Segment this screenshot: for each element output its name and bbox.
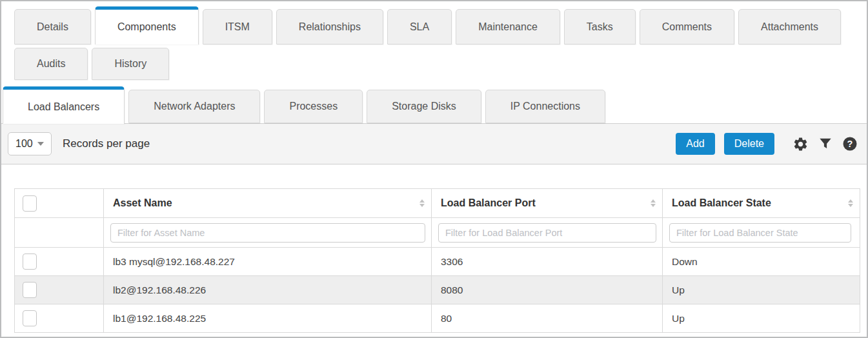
row-checkbox-cell	[15, 304, 104, 333]
component-tab-bar: Load BalancersNetwork AdaptersProcessesS…	[1, 86, 867, 123]
table-row: lb3 mysql@192.168.48.2273306Down	[15, 248, 860, 276]
filter-cell-asset-name	[104, 218, 432, 248]
load-balancers-table-wrap: Asset NameLoad Balancer PortLoad Balance…	[14, 188, 860, 333]
filter-load-balancer-port-input[interactable]	[438, 223, 656, 243]
cell-load-balancer-state: Down	[663, 248, 860, 276]
main-tab-bar: DetailsComponentsITSMRelationshipsSLAMai…	[1, 6, 867, 45]
filter-row-spacer	[15, 218, 104, 248]
add-button[interactable]: Add	[676, 133, 714, 155]
column-header-label: Load Balancer Port	[441, 197, 536, 208]
column-header-load-balancer-state[interactable]: Load Balancer State	[663, 189, 860, 218]
tab-attachments[interactable]: Attachments	[738, 9, 841, 45]
asset-details-page: DetailsComponentsITSMRelationshipsSLAMai…	[0, 0, 868, 338]
cell-load-balancer-state: Up	[663, 276, 860, 304]
row-checkbox[interactable]	[23, 310, 37, 326]
tab-itsm[interactable]: ITSM	[203, 9, 272, 45]
cell-load-balancer-port: 3306	[432, 248, 663, 276]
cell-asset-name: lb1@192.168.48.225	[104, 304, 432, 333]
select-all-checkbox[interactable]	[23, 195, 37, 212]
filter-cell-load-balancer-state	[663, 218, 860, 248]
column-header-label: Asset Name	[113, 197, 172, 208]
column-header-label: Load Balancer State	[672, 197, 771, 208]
table-row: lb1@192.168.48.22580Up	[15, 304, 860, 333]
main-tab-bar-row2: AuditsHistory	[1, 48, 867, 80]
subtab-load-balancers[interactable]: Load Balancers	[3, 86, 125, 124]
row-checkbox-cell	[15, 248, 104, 276]
table-row: lb2@192.168.48.2268080Up	[15, 276, 860, 304]
subtab-ip-connections[interactable]: IP Connections	[485, 90, 605, 123]
tab-sla[interactable]: SLA	[387, 9, 452, 45]
records-per-page-select[interactable]: 100	[8, 132, 52, 155]
column-header-load-balancer-port[interactable]: Load Balancer Port	[432, 189, 663, 218]
row-checkbox[interactable]	[23, 282, 37, 298]
filter-cell-load-balancer-port	[432, 218, 663, 248]
select-all-cell	[15, 189, 104, 218]
tab-audits[interactable]: Audits	[14, 48, 88, 80]
tab-comments[interactable]: Comments	[640, 9, 734, 45]
row-checkbox-cell	[15, 276, 104, 304]
sort-icon	[848, 199, 853, 207]
sort-icon	[419, 199, 425, 207]
load-balancers-table: Asset NameLoad Balancer PortLoad Balance…	[14, 188, 860, 333]
table-header-row: Asset NameLoad Balancer PortLoad Balance…	[15, 189, 860, 218]
cell-load-balancer-port: 80	[432, 304, 663, 333]
tab-history[interactable]: History	[92, 48, 169, 80]
tab-tasks[interactable]: Tasks	[564, 9, 636, 45]
subtab-processes[interactable]: Processes	[264, 90, 363, 123]
help-icon[interactable]: ?	[842, 136, 858, 152]
cell-load-balancer-state: Up	[663, 304, 860, 333]
tab-details[interactable]: Details	[14, 9, 91, 45]
row-checkbox[interactable]	[23, 254, 37, 270]
toolbar: 100 Records per page Add Delete ?	[1, 123, 867, 164]
tab-maintenance[interactable]: Maintenance	[456, 9, 560, 45]
records-per-page-label: Records per page	[63, 137, 150, 150]
delete-button[interactable]: Delete	[724, 133, 774, 155]
subtab-storage-disks[interactable]: Storage Disks	[367, 90, 481, 123]
sort-icon	[651, 199, 656, 207]
svg-text:?: ?	[847, 139, 853, 149]
cell-load-balancer-port: 8080	[432, 276, 663, 304]
settings-icon[interactable]	[792, 136, 809, 152]
records-per-page-value: 100	[15, 138, 33, 150]
filter-asset-name-input[interactable]	[110, 223, 425, 243]
cell-asset-name: lb2@192.168.48.226	[104, 276, 432, 304]
tab-relationships[interactable]: Relationships	[276, 9, 383, 45]
filter-load-balancer-state-input[interactable]	[669, 223, 851, 243]
table-filter-row	[15, 218, 860, 248]
tab-components[interactable]: Components	[95, 6, 199, 45]
filter-icon[interactable]	[818, 137, 833, 151]
chevron-down-icon	[37, 142, 44, 146]
subtab-network-adapters[interactable]: Network Adapters	[128, 90, 260, 123]
cell-asset-name: lb3 mysql@192.168.48.227	[104, 248, 432, 276]
column-header-asset-name[interactable]: Asset Name	[104, 189, 432, 218]
toolbar-actions: Add Delete ?	[667, 133, 858, 155]
